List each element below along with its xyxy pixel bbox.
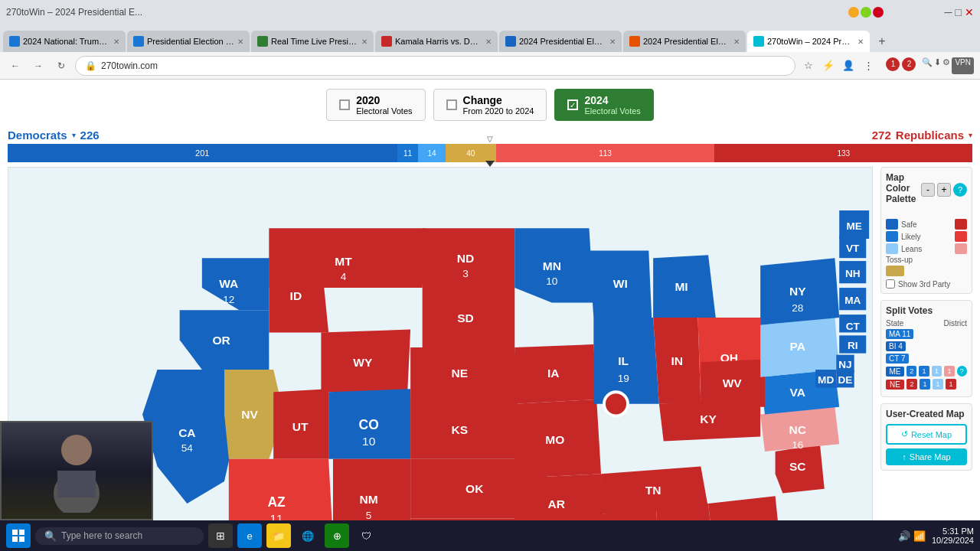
rep-safe-bar[interactable]: 133 (714, 144, 972, 162)
split-ne-lb[interactable]: 1 (933, 379, 943, 390)
split-row-bi: BI 4 (886, 341, 967, 351)
year-2024-checkbox[interactable] (567, 99, 578, 110)
palette-likely-row: Likely (886, 231, 967, 242)
window-close-icon[interactable]: ✕ (965, 6, 974, 18)
split-me-help[interactable]: ? (957, 366, 967, 377)
window-minimize-icon[interactable]: ─ (945, 6, 952, 18)
year-selector: 2020 Electoral Votes Change From 2020 to… (8, 89, 972, 121)
tab-7-active[interactable]: 270toWin – 2024 Presidential E... ✕ (747, 31, 870, 52)
split-me-lr[interactable]: 1 (944, 366, 954, 377)
show-3rd-checkbox[interactable] (886, 279, 895, 289)
dem-safe-swatch[interactable] (886, 219, 898, 230)
toolbar-icon-3[interactable]: ⚙ (942, 57, 950, 74)
year-btn-2020[interactable]: 2020 Electoral Votes (326, 89, 425, 121)
minimize-btn[interactable] (848, 7, 859, 18)
title-bar: 270toWin – 2024 Presidential E... ─ □ ✕ (0, 0, 980, 24)
tossup-bar[interactable]: 40 (446, 144, 496, 162)
maximize-btn[interactable] (861, 7, 871, 18)
tab-4[interactable]: Kamala Harris vs. Donald Trump L... ✕ (375, 31, 498, 52)
svg-text:VT: VT (846, 243, 860, 254)
start-btn[interactable] (6, 523, 31, 548)
color-palette-box: Map Color Palette - + ? Safe (880, 167, 972, 294)
taskbar-right: 🔊 📶 5:31 PM 10/29/2024 (898, 527, 974, 545)
state-nm[interactable] (333, 459, 410, 520)
taskbar-search-text: Type here to search (61, 530, 142, 541)
year-btn-change[interactable]: Change From 2020 to 2024 (433, 89, 547, 121)
reset-map-btn[interactable]: ↺ Reset Map (886, 424, 967, 445)
extensions-icon[interactable]: ⚡ (820, 57, 837, 74)
year-change-label: Change (463, 94, 534, 106)
year-btn-2024[interactable]: 2024 Electoral Votes (554, 89, 653, 121)
reload-btn[interactable]: ↻ (52, 57, 70, 75)
vpn-badge[interactable]: VPN (952, 57, 974, 74)
tab-6[interactable]: 2024 Presidential Election Predicti... ✕ (623, 31, 746, 52)
svg-text:WA: WA (219, 277, 238, 290)
year-change-checkbox[interactable] (446, 99, 457, 110)
forward-btn[interactable]: → (29, 57, 47, 75)
dem-likely-swatch[interactable] (886, 231, 898, 242)
dem-leans-swatch[interactable] (886, 243, 898, 254)
palette-plus-btn[interactable]: + (937, 183, 951, 197)
svg-text:NV: NV (241, 408, 258, 421)
rep-dropdown-icon[interactable]: ▾ (969, 131, 972, 139)
rep-safe-swatch[interactable] (955, 219, 967, 230)
palette-tossup-label: Toss-up (886, 256, 913, 264)
show-3rd-row: Show 3rd Party (886, 279, 967, 289)
split-me-d1[interactable]: 1 (919, 366, 929, 377)
toolbar-icon-1[interactable]: 🔍 (922, 57, 933, 74)
taskbar-shield-icon[interactable]: 🛡 (354, 523, 378, 548)
nav-bar: ← → ↻ 🔒 270towin.com ☆ ⚡ 👤 ⋮ 1 2 🔍 ⬇ ⚙ V… (0, 52, 980, 80)
palette-minus-btn[interactable]: - (921, 183, 935, 197)
tab-3[interactable]: Real Time Live Presidential Election... … (251, 31, 374, 52)
dem-likely-bar[interactable]: 11 (397, 144, 419, 162)
taskbar-edge-icon[interactable]: e (237, 523, 262, 548)
close-btn[interactable] (873, 7, 884, 18)
split-ne-b1[interactable]: 1 (920, 379, 930, 390)
split-ne-r1[interactable]: 1 (946, 379, 956, 390)
back-btn[interactable]: ← (6, 57, 24, 75)
split-me-d2[interactable]: 2 (906, 366, 916, 377)
taskbar-search-box[interactable]: 🔍 Type here to search (35, 527, 204, 545)
year-2020-checkbox[interactable] (339, 99, 350, 110)
rep-leans-swatch[interactable] (955, 243, 967, 254)
split-me-lb[interactable]: 1 (932, 366, 942, 377)
star-icon[interactable]: ☆ (800, 57, 817, 74)
taskbar-explorer-icon[interactable]: 📁 (266, 523, 291, 548)
profile-icon[interactable]: 👤 (840, 57, 857, 74)
taskbar-clock[interactable]: 5:31 PM 10/29/2024 (932, 527, 974, 545)
tossup-swatch[interactable] (886, 266, 904, 276)
taskbar-chrome-icon[interactable]: 🌐 (296, 523, 320, 548)
nav-icons-right: ☆ ⚡ 👤 ⋮ 1 2 🔍 ⬇ ⚙ VPN (800, 57, 974, 74)
notification-badge[interactable]: 1 (886, 57, 900, 71)
split-bi-state: BI 4 (886, 341, 906, 351)
rep-likely-bar[interactable]: 113 (496, 144, 715, 162)
tab-1[interactable]: 2024 National: Trump vs. Harris | R... ✕ (3, 31, 126, 52)
tab-2[interactable]: Presidential Election of 2016 – 270... ✕ (127, 31, 250, 52)
taskbar-task-view[interactable]: ⊞ (208, 523, 233, 548)
svg-text:PA: PA (790, 340, 805, 353)
svg-text:ID: ID (290, 289, 302, 302)
rep-label: Republicans (896, 129, 964, 142)
taskbar-xbox-icon[interactable]: ⊕ (325, 523, 349, 548)
menu-icon[interactable]: ⋮ (860, 57, 877, 74)
rep-likely-swatch[interactable] (955, 231, 967, 242)
address-bar[interactable]: 🔒 270towin.com (75, 56, 795, 76)
svg-text:WV: WV (723, 377, 743, 390)
share-map-btn[interactable]: ↑ Share Map (886, 448, 967, 465)
year-2024-sub: Electoral Votes (584, 106, 640, 116)
toolbar-icon-2[interactable]: ⬇ (934, 57, 941, 74)
split-ne-r2[interactable]: 2 (906, 379, 917, 390)
svg-text:NM: NM (360, 493, 378, 506)
dem-lean-bar[interactable]: 14 (418, 144, 445, 162)
svg-text:OK: OK (466, 482, 484, 495)
new-tab-btn[interactable]: + (871, 31, 893, 52)
drag-marker[interactable] (604, 392, 628, 416)
tab-5[interactable]: 2024 Presidential Election Polls: Ha... … (499, 31, 622, 52)
dem-safe-bar[interactable]: 201 (8, 144, 397, 162)
state-az[interactable] (229, 459, 333, 520)
dem-dropdown-icon[interactable]: ▾ (72, 131, 76, 139)
svg-rect-70 (12, 530, 18, 535)
alert-badge[interactable]: 2 (902, 57, 916, 71)
window-maximize-icon[interactable]: □ (956, 6, 962, 18)
palette-help-btn[interactable]: ? (953, 183, 967, 197)
